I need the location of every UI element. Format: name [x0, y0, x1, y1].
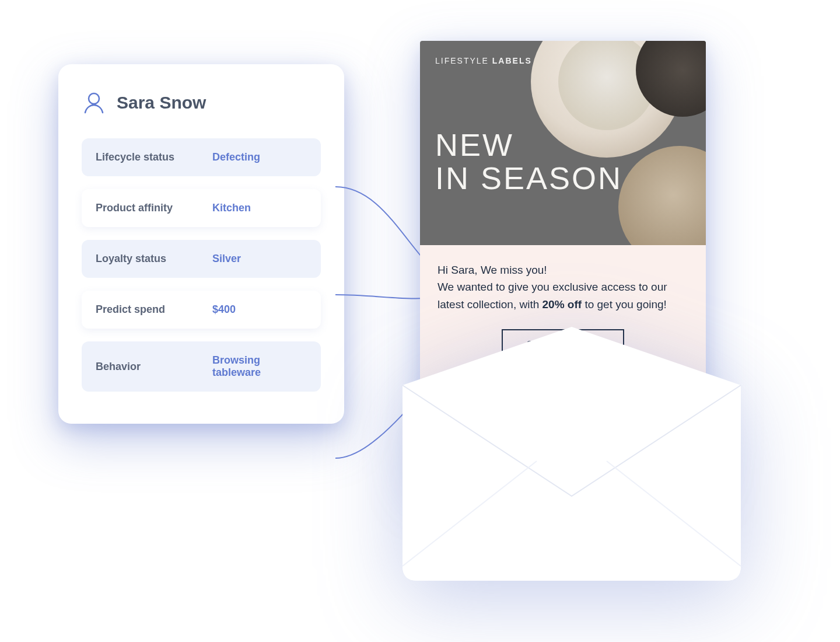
brand-label: LIFESTYLE LABELS	[435, 56, 532, 65]
email-text-bold: 20% off	[542, 298, 582, 310]
attr-value: Kitchen	[212, 202, 251, 214]
attr-value: Browsing tableware	[212, 354, 307, 379]
product-thumbnail	[433, 387, 513, 457]
email-hero: LIFESTYLE LABELS NEW IN SEASON	[420, 41, 706, 245]
email-body: Hi Sara, We miss you! We wanted to give …	[420, 245, 706, 375]
attr-row-behavior: Behavior Browsing tableware	[82, 341, 321, 392]
email-preview: LIFESTYLE LABELS NEW IN SEASON Hi Sara, …	[397, 41, 747, 601]
attr-value: Silver	[212, 253, 241, 265]
brand-light: LIFESTYLE	[435, 56, 492, 65]
product-thumbnail	[523, 387, 603, 457]
email-card: LIFESTYLE LABELS NEW IN SEASON Hi Sara, …	[420, 41, 706, 474]
attr-row-lifecycle: Lifecycle status Defecting	[82, 138, 321, 176]
svg-point-0	[89, 93, 99, 104]
attr-row-loyalty: Loyalty status Silver	[82, 240, 321, 278]
email-text: Hi Sara, We miss you! We wanted to give …	[438, 261, 688, 313]
product-thumbnails	[420, 375, 706, 474]
promo-code: SARA20OFF	[502, 329, 624, 361]
email-text-post: to get you going!	[582, 298, 667, 310]
brand-bold: LABELS	[492, 56, 532, 65]
profile-header: Sara Snow	[82, 90, 321, 115]
attr-label: Loyalty status	[96, 253, 212, 265]
product-thumbnail	[612, 387, 693, 457]
attr-label: Behavior	[96, 361, 212, 373]
attr-label: Lifecycle status	[96, 151, 212, 163]
hero-bowl-image	[618, 146, 706, 245]
attr-label: Product affinity	[96, 202, 212, 214]
customer-profile-card: Sara Snow Lifecycle status Defecting Pro…	[58, 64, 344, 424]
attr-row-spend: Predict spend $400	[82, 291, 321, 329]
attr-value: $400	[212, 303, 236, 316]
profile-name: Sara Snow	[117, 93, 206, 113]
attr-value: Defecting	[212, 151, 260, 163]
attr-label: Predict spend	[96, 303, 212, 316]
person-icon	[82, 90, 106, 115]
hero-title: NEW IN SEASON	[435, 128, 622, 194]
attr-row-affinity: Product affinity Kitchen	[82, 189, 321, 227]
